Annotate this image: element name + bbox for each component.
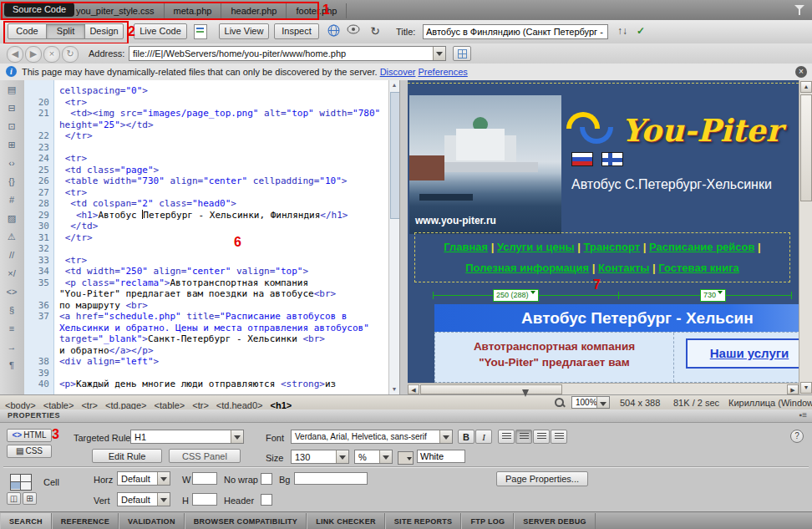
code-editor[interactable]: cellspacing="0">20 <tr>21 <td><img src="… [24, 80, 388, 394]
code-line[interactable]: 24 <tr> [24, 153, 388, 165]
design-view-button[interactable]: Design [84, 23, 124, 39]
scroll-down-icon[interactable]: ▼ [389, 384, 399, 394]
italic-button[interactable]: I [475, 430, 492, 444]
code-line[interactable]: 27 <tr> [24, 187, 388, 199]
panel-tab-validation[interactable]: VALIDATION [119, 513, 185, 529]
live-view-button[interactable]: Live View [219, 23, 269, 39]
open-documents-icon[interactable]: ▤ [0, 80, 23, 99]
inspect-button[interactable]: Inspect [274, 23, 319, 39]
css-mode-button[interactable]: ▤CSS [7, 445, 52, 458]
design-nav-link[interactable]: Услуги и цены [497, 241, 575, 253]
live-code-button[interactable]: Live Code [134, 23, 187, 39]
font-size-select[interactable]: 130 [291, 450, 349, 464]
scroll-down-icon[interactable]: ▼ [800, 382, 812, 394]
window-size-indicator[interactable]: 504 x 388 [620, 398, 660, 408]
page-properties-button[interactable]: Page Properties... [496, 471, 588, 486]
cell-width-input[interactable] [192, 472, 217, 485]
highlight-invalid-code-icon[interactable]: ▨ [0, 209, 23, 227]
table-width-bar[interactable] [433, 295, 792, 296]
design-nav-link[interactable]: Транспорт [584, 241, 641, 253]
font-select[interactable]: Verdana, Arial, Helvetica, sans-serif [291, 430, 453, 444]
related-file-tab[interactable]: meta.php [165, 3, 222, 18]
code-line[interactable]: 23 [24, 142, 388, 154]
cell-height-input[interactable] [192, 493, 217, 506]
code-line[interactable]: 32 [24, 243, 388, 255]
code-view-button[interactable]: Code [8, 23, 47, 39]
code-line[interactable]: 30 </td> [24, 221, 388, 232]
code-line[interactable]: "You-Piter" предлагает вам поездки на ав… [24, 288, 388, 300]
recent-snippets-icon[interactable]: § [0, 301, 23, 319]
code-line[interactable]: height="25"></td> [24, 120, 388, 131]
merge-cells-icon[interactable]: ◫ [7, 492, 21, 505]
code-line[interactable]: 37<a href="schedule.php" title="Расписан… [24, 311, 388, 323]
services-box[interactable]: Наши услуги [686, 338, 799, 369]
code-line[interactable]: cellspacing="0"> [24, 85, 388, 97]
refresh-design-view-icon[interactable]: ↻ [368, 24, 383, 39]
scrollbar-thumb[interactable] [800, 94, 812, 201]
targeted-rule-select[interactable]: H1 [130, 430, 244, 444]
indent-code-icon[interactable]: → [0, 338, 23, 356]
select-parent-tag-icon[interactable]: ‹› [0, 154, 23, 172]
code-line[interactable]: 34 <td width="250" align="center" valign… [24, 266, 388, 277]
scroll-up-icon[interactable]: ▲ [389, 80, 399, 90]
expand-all-icon[interactable]: ⊞ [0, 135, 23, 154]
text-color-picker[interactable] [398, 451, 414, 465]
syntax-error-alerts-icon[interactable]: ⚠ [0, 227, 23, 246]
source-code-tab[interactable]: Source Code [4, 3, 74, 17]
design-horizontal-scrollbar[interactable]: ◀ ▶ [408, 383, 799, 395]
code-line[interactable]: 31 </tr> [24, 232, 388, 244]
wrap-tag-icon[interactable]: <> [0, 282, 23, 301]
related-file-tab[interactable]: you_piter_style.css [67, 3, 165, 18]
size-unit-select[interactable]: % [354, 450, 393, 464]
align-center-button[interactable] [515, 430, 532, 444]
panel-tab-site-reports[interactable]: SITE REPORTS [385, 513, 462, 529]
scrollbar-thumb[interactable] [420, 384, 562, 394]
no-wrap-checkbox[interactable] [261, 473, 272, 485]
chevron-down-icon[interactable] [433, 47, 445, 60]
reclama-cell[interactable]: Автотранспортная компания "You-Piter" пр… [435, 333, 674, 382]
format-source-code-icon[interactable]: ¶ [0, 356, 23, 374]
remove-comment-icon[interactable]: ×/ [0, 264, 23, 282]
address-input[interactable]: file:///E|/WebServers/home/you-piter/www… [129, 46, 446, 61]
help-icon[interactable]: ? [790, 430, 804, 443]
panel-tab-link-checker[interactable]: LINK CHECKER [307, 513, 385, 529]
split-view-button[interactable]: Split [46, 23, 85, 39]
design-nav-link[interactable]: Расписание рейсов [649, 241, 754, 253]
code-line[interactable]: target="_blank">Санкт-Петербург - Хельси… [24, 333, 388, 345]
code-line[interactable]: 29 <h1>Автобус Петербург - Хельсинки, Фи… [24, 210, 388, 221]
align-right-button[interactable] [533, 430, 550, 444]
validate-markup-icon[interactable]: ✓ [633, 24, 648, 39]
move-css-icon[interactable]: ≡ [0, 319, 23, 338]
design-view[interactable]: www.you-piter.ru You-Piter Автобус С.Пет… [408, 80, 812, 394]
code-line[interactable]: 40<p>Каждый день многие люди отправляютс… [24, 379, 388, 390]
split-cell-icon[interactable]: ⊞ [23, 492, 37, 505]
code-line[interactable]: 36по маршруту <br> [24, 300, 388, 312]
horz-align-select[interactable]: Default [117, 471, 170, 486]
refresh-icon[interactable]: ↻ [62, 46, 79, 63]
scroll-left-icon[interactable]: ◀ [408, 384, 419, 394]
code-line[interactable]: 33 <tr> [24, 255, 388, 267]
bold-button[interactable]: B [458, 430, 475, 444]
check-browser-compatibility-icon[interactable] [194, 24, 207, 39]
panel-tab-ftp-log[interactable]: FTP LOG [461, 513, 514, 529]
forward-icon[interactable]: ▶ [25, 46, 42, 63]
code-line[interactable]: 20 <tr> [24, 97, 388, 109]
text-color-input[interactable] [417, 450, 465, 463]
stop-icon[interactable]: × [43, 46, 60, 63]
scroll-up-icon[interactable]: ▲ [800, 81, 812, 93]
close-icon[interactable]: × [795, 66, 807, 78]
select-tool-icon[interactable] [518, 397, 531, 409]
code-scrollbar[interactable]: ▲ ▼ [388, 80, 400, 394]
design-nav-link[interactable]: Главная [444, 241, 488, 253]
panel-tab-search[interactable]: SEARCH [0, 513, 52, 529]
column-width-menu[interactable]: 250 (288) [493, 289, 539, 302]
edit-rule-button[interactable]: Edit Rule [92, 449, 162, 463]
balance-braces-icon[interactable]: {} [0, 172, 23, 191]
code-line[interactable]: 22 </tr> [24, 130, 388, 142]
align-justify-button[interactable] [551, 430, 567, 444]
align-left-button[interactable] [498, 430, 515, 444]
code-line[interactable]: 39 [24, 368, 388, 379]
filter-related-files-icon[interactable] [794, 5, 805, 15]
zoom-level-select[interactable]: 100% [571, 396, 610, 409]
collapse-selection-icon[interactable]: ⊡ [0, 117, 23, 135]
